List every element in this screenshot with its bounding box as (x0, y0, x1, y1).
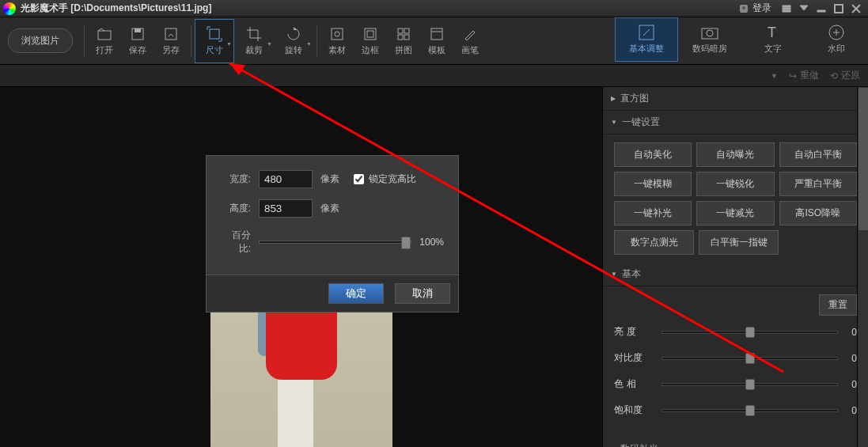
frame-button[interactable]: 边框 (354, 19, 387, 63)
hue-slider[interactable] (661, 383, 838, 386)
svg-marker-15 (294, 27, 297, 30)
oneclick-label: 一键设置 (622, 116, 660, 129)
slider-thumb[interactable] (745, 353, 755, 364)
main-area: 宽度: 像素 锁定宽高比 高度: 像素 百分比: 100% (0, 87, 868, 447)
oneclick-body: 自动美化 自动曝光 自动白平衡 一键模糊 一键锐化 严重白平衡 一键补光 一键减… (603, 134, 868, 263)
brightness-slider[interactable] (661, 331, 838, 334)
text-label: 文字 (764, 43, 782, 55)
collage-icon (396, 26, 411, 42)
spot-metering-button[interactable]: 数字点测光 (614, 230, 694, 255)
oneclick-filllight-button[interactable]: 一键补光 (614, 201, 692, 225)
down-button[interactable] (795, 2, 813, 15)
text-tab[interactable]: T 文字 (741, 17, 805, 62)
height-row: 高度: 像素 (221, 199, 444, 218)
minimize-button[interactable] (813, 2, 830, 15)
svg-point-1 (742, 6, 745, 9)
frame-icon (362, 26, 378, 42)
percent-slider[interactable] (259, 241, 411, 244)
contrast-slider[interactable] (661, 357, 838, 360)
svg-rect-16 (332, 28, 343, 40)
slider-thumb[interactable] (401, 237, 411, 249)
basic-body: 重置 亮度 0 对比度 0 色相 0 饱和度 0 (603, 286, 868, 438)
crop-button[interactable]: 裁剪 ▼ (234, 19, 274, 63)
hue-slider-row: 色相 0 (614, 377, 857, 391)
collage-label: 拼图 (395, 44, 412, 56)
darkroom-tab[interactable]: 数码暗房 (678, 17, 741, 62)
svg-rect-2 (783, 6, 790, 7)
digital-fill-section-head[interactable]: ▶数码补光 (603, 438, 868, 447)
basic-adjust-tab[interactable]: 基本调整 (615, 17, 678, 62)
high-iso-button[interactable]: 高ISO降噪 (779, 201, 857, 225)
severe-whitebalance-button[interactable]: 严重白平衡 (779, 172, 857, 196)
auto-whitebalance-button[interactable]: 自动白平衡 (779, 142, 857, 167)
lock-checkbox[interactable] (354, 174, 364, 184)
saturation-slider[interactable] (661, 409, 838, 412)
hue-value: 0 (844, 379, 857, 390)
ok-button[interactable]: 确定 (328, 283, 384, 304)
scroll-thumb[interactable] (859, 88, 868, 230)
cancel-button[interactable]: 取消 (395, 283, 450, 304)
basic-adjust-label: 基本调整 (629, 43, 664, 55)
hue-label: 色相 (614, 377, 655, 391)
vertical-scrollbar[interactable] (857, 87, 868, 447)
redo-label: 重做 (800, 69, 819, 82)
open-button[interactable]: 打开 (88, 19, 121, 63)
svg-rect-19 (367, 31, 373, 37)
oneclick-blur-button[interactable]: 一键模糊 (614, 172, 692, 196)
oneclick-section-head[interactable]: ▼一键设置 (603, 111, 868, 134)
saturation-slider-row: 饱和度 0 (614, 403, 857, 417)
size-button[interactable]: 尺寸 ▼ (195, 19, 234, 63)
svg-rect-3 (783, 8, 790, 9)
material-icon (329, 26, 345, 42)
size-label: 尺寸 (206, 44, 223, 56)
edit-icon (639, 25, 654, 40)
material-button[interactable]: 素材 (320, 19, 354, 63)
close-button[interactable] (847, 2, 865, 15)
slider-thumb[interactable] (745, 327, 755, 338)
saveas-icon (163, 26, 179, 42)
percent-row: 百分比: 100% (221, 229, 444, 256)
auto-beautify-button[interactable]: 自动美化 (614, 142, 692, 167)
login-button[interactable]: 登录 (738, 2, 771, 15)
restore-button[interactable]: ⟲ 还原 (830, 69, 860, 82)
contrast-slider-row: 对比度 0 (614, 351, 857, 365)
svg-rect-7 (835, 5, 843, 13)
histogram-section-head[interactable]: ▶直方图 (603, 87, 868, 111)
template-button[interactable]: 模板 (420, 19, 453, 63)
slider-thumb[interactable] (745, 379, 755, 390)
redo-button[interactable]: ↪ 重做 (789, 69, 819, 82)
separator (316, 25, 317, 57)
lock-aspect[interactable]: 锁定宽高比 (354, 172, 416, 186)
whitebalance-onekey-button[interactable]: 白平衡一指键 (699, 230, 779, 255)
width-input[interactable] (259, 170, 313, 188)
saveas-label: 另存 (162, 44, 180, 56)
right-panel: ▶直方图 ▼一键设置 自动美化 自动曝光 自动白平衡 一键模糊 一键锐化 严重白… (602, 87, 868, 447)
brush-button[interactable]: 画笔 (453, 19, 487, 63)
chevron-down-icon: ▼ (267, 41, 272, 47)
frame-label: 边框 (362, 44, 379, 56)
menu-button[interactable] (778, 2, 795, 15)
chevron-down-icon[interactable]: ▼ (771, 72, 778, 80)
browse-images-button[interactable]: 浏览图片 (8, 28, 73, 53)
oneclick-reducelight-button[interactable]: 一键减光 (696, 201, 774, 225)
width-label: 宽度: (221, 172, 251, 186)
saveas-button[interactable]: 另存 (154, 19, 188, 63)
auto-exposure-button[interactable]: 自动曝光 (696, 142, 774, 167)
reset-button[interactable]: 重置 (819, 294, 857, 316)
svg-marker-5 (800, 6, 808, 10)
digital-fill-label: 数码补光 (620, 442, 658, 447)
maximize-button[interactable] (830, 2, 847, 15)
save-button[interactable]: 保存 (121, 19, 154, 63)
separator (84, 25, 85, 57)
collage-button[interactable]: 拼图 (387, 19, 420, 63)
canvas-area: 宽度: 像素 锁定宽高比 高度: 像素 百分比: 100% (0, 87, 602, 447)
saturation-label: 饱和度 (614, 403, 655, 417)
slider-thumb[interactable] (745, 405, 755, 416)
svg-rect-18 (365, 28, 376, 40)
watermark-tab[interactable]: 水印 (805, 17, 868, 62)
basic-section-head[interactable]: ▼基本 (603, 263, 868, 286)
height-input[interactable] (259, 199, 313, 218)
oneclick-sharpen-button[interactable]: 一键锐化 (696, 172, 774, 196)
svg-rect-24 (431, 28, 442, 40)
rotate-button[interactable]: 旋转 ▼ (274, 19, 313, 63)
